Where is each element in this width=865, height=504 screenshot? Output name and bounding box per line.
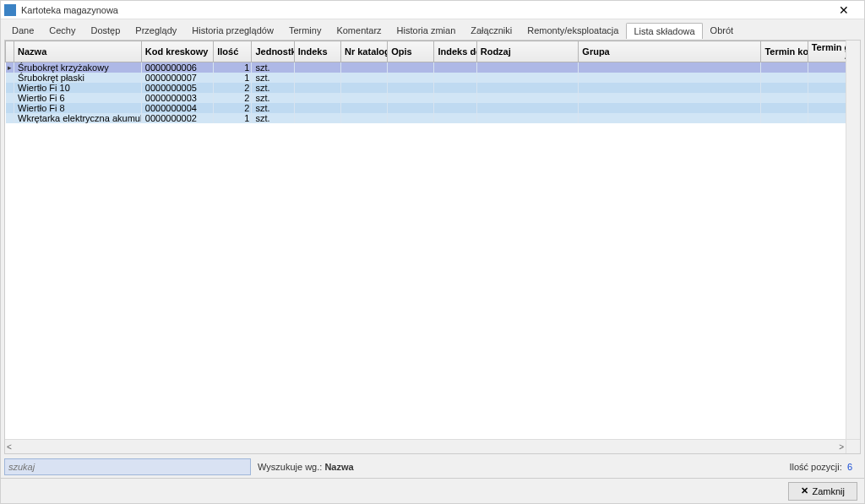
tab-terminy[interactable]: Terminy [281,22,329,38]
row-indicator [6,113,14,123]
table-row[interactable]: Wiertło Fi 800000000042szt. [6,103,855,113]
cell [761,113,808,123]
table-row[interactable]: Wiertło Fi 600000000032szt. [6,93,855,103]
cell [340,83,387,93]
cell [388,73,434,83]
search-mode-prefix: Wyszukuje wg.: [258,462,324,472]
cell [476,103,579,113]
tab-remonty-eksploatacja[interactable]: Remonty/eksploatacja [520,22,626,38]
scroll-right-icon[interactable]: > [839,442,844,452]
tab-historia-zmian[interactable]: Historia zmian [389,22,464,38]
cell: 0000000006 [141,62,213,73]
table-row[interactable]: Wiertło Fi 1000000000052szt. [6,83,855,93]
col-header[interactable]: Nr katalogowy [340,41,387,62]
cell: Wiertło Fi 10 [14,83,142,93]
cell: Śrubokręt płaski [14,73,142,83]
row-indicator [6,83,14,93]
cell: 0000000004 [141,103,213,113]
cell: szt. [252,73,294,83]
tab-dane[interactable]: Dane [4,22,41,38]
cell [476,83,579,93]
cell: 2 [214,103,252,113]
data-table: NazwaKod kreskowyIlośćJednostkaIndeksNr … [5,41,855,123]
table-row[interactable]: ▸Śrubokręt krzyżakowy00000000061szt. [6,62,855,73]
cell [579,73,761,83]
scroll-left-icon[interactable]: < [7,442,12,452]
tab-przegl-dy[interactable]: Przeglądy [128,22,184,38]
cell: Śrubokręt krzyżakowy [14,62,142,73]
cell: szt. [252,83,294,93]
col-header[interactable]: Rodzaj [476,41,579,62]
scroll-corner [846,439,860,453]
window-close-button[interactable]: ✕ [827,3,861,17]
cell [340,62,387,73]
close-button[interactable]: ✕ Zamknij [788,482,857,501]
col-header[interactable]: Termin kontroli [761,41,808,62]
cell [434,93,476,103]
tab-komentarz[interactable]: Komentarz [329,22,389,38]
window-title: Kartoteka magazynowa [21,5,827,15]
row-count-label: Ilość pozycji: 6 [789,462,861,472]
cell [434,113,476,123]
row-indicator [6,103,14,113]
cell [294,103,340,113]
row-indicator [6,93,14,103]
cell: 0000000002 [141,113,213,123]
cell [294,113,340,123]
col-header[interactable]: Indeks dod… [434,41,476,62]
cell [476,62,579,73]
cell [434,62,476,73]
col-header[interactable]: Indeks [294,41,340,62]
horizontal-scrollbar[interactable]: <> [5,439,846,453]
table-row[interactable]: Śrubokręt płaski00000000071szt. [6,73,855,83]
vertical-scrollbar[interactable] [846,41,860,439]
cell [294,73,340,83]
close-icon: ✕ [801,485,808,496]
search-mode-field: Nazwa [324,462,353,472]
col-header[interactable]: Nazwa [14,41,142,62]
grid-inner: NazwaKod kreskowyIlośćJednostkaIndeksNr … [5,41,860,453]
cell: 0000000007 [141,73,213,83]
cell [388,83,434,93]
cell [761,73,808,83]
tab-lista-sk-adowa[interactable]: Lista składowa [626,23,702,39]
cell [340,103,387,113]
cell [434,73,476,83]
table-row[interactable]: Wkrętarka elektryczna akumulatorowa00000… [6,113,855,123]
cell [388,113,434,123]
col-header[interactable]: Ilość [214,41,252,62]
tab-cechy[interactable]: Cechy [41,22,83,38]
close-button-label: Zamknij [812,486,845,496]
col-header[interactable]: Jednostka [252,41,294,62]
tab-historia-przegl-d-w[interactable]: Historia przeglądów [184,22,281,38]
cell [388,62,434,73]
cell [579,113,761,123]
col-header[interactable]: Kod kreskowy [141,41,213,62]
row-indicator [6,73,14,83]
row-count-value: 6 [847,462,852,472]
cell [340,93,387,103]
app-icon [4,4,16,16]
cell [434,103,476,113]
cell [476,113,579,123]
cell [476,73,579,83]
cell [761,62,808,73]
search-mode-label: Wyszukuje wg.: Nazwa [258,462,354,472]
cell: Wkrętarka elektryczna akumulatorowa [14,113,142,123]
titlebar: Kartoteka magazynowa ✕ [1,1,864,19]
cell [761,103,808,113]
row-count-caption: Ilość pozycji: [789,462,841,472]
cell: Wiertło Fi 8 [14,103,142,113]
col-header[interactable]: Grupa [579,41,761,62]
cell: Wiertło Fi 6 [14,93,142,103]
tab-za-czniki[interactable]: Załączniki [463,22,520,38]
row-indicator-header [6,41,14,62]
search-input[interactable] [4,458,251,475]
cell: 2 [214,93,252,103]
cell: szt. [252,113,294,123]
tab-obr-t[interactable]: Obrót [703,22,742,38]
cell [434,83,476,93]
cell [761,83,808,93]
col-header[interactable]: Opis [388,41,434,62]
tab-dost-p[interactable]: Dostęp [83,22,128,38]
